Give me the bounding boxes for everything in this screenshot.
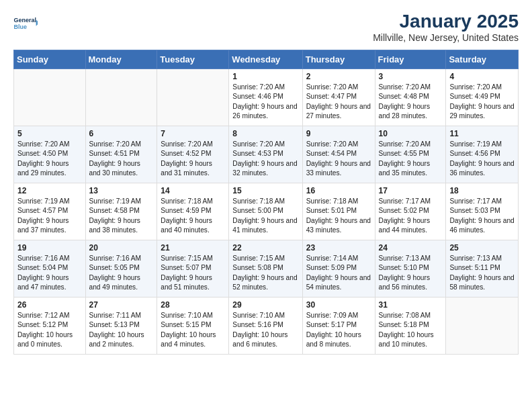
day-number: 9 — [306, 129, 371, 138]
day-info: Sunrise: 7:13 AM Sunset: 5:10 PM Dayligh… — [379, 254, 443, 292]
day-info: Sunrise: 7:15 AM Sunset: 5:07 PM Dayligh… — [161, 254, 225, 292]
day-number: 17 — [379, 186, 443, 195]
day-number: 3 — [379, 72, 443, 81]
day-info: Sunrise: 7:10 AM Sunset: 5:16 PM Dayligh… — [232, 311, 298, 349]
day-info: Sunrise: 7:20 AM Sunset: 4:49 PM Dayligh… — [449, 83, 515, 121]
table-row: 23Sunrise: 7:14 AM Sunset: 5:09 PM Dayli… — [302, 240, 375, 298]
day-number: 24 — [379, 243, 443, 253]
day-info: Sunrise: 7:13 AM Sunset: 5:11 PM Dayligh… — [449, 254, 515, 292]
day-info: Sunrise: 7:09 AM Sunset: 5:17 PM Dayligh… — [306, 311, 371, 349]
table-row: 18Sunrise: 7:17 AM Sunset: 5:03 PM Dayli… — [446, 183, 519, 240]
day-info: Sunrise: 7:20 AM Sunset: 4:50 PM Dayligh… — [17, 140, 82, 178]
table-row: 26Sunrise: 7:12 AM Sunset: 5:12 PM Dayli… — [14, 298, 86, 355]
svg-marker-2 — [36, 19, 38, 26]
table-row: 15Sunrise: 7:18 AM Sunset: 5:00 PM Dayli… — [229, 183, 302, 240]
table-row — [157, 69, 229, 126]
table-row: 3Sunrise: 7:20 AM Sunset: 4:48 PM Daylig… — [375, 69, 446, 126]
day-info: Sunrise: 7:15 AM Sunset: 5:08 PM Dayligh… — [232, 254, 298, 292]
table-row: 28Sunrise: 7:10 AM Sunset: 5:15 PM Dayli… — [157, 298, 229, 355]
day-number: 4 — [449, 72, 515, 81]
table-row: 5Sunrise: 7:20 AM Sunset: 4:50 PM Daylig… — [14, 126, 86, 183]
col-friday: Friday — [375, 50, 446, 69]
day-info: Sunrise: 7:19 AM Sunset: 4:57 PM Dayligh… — [17, 197, 82, 235]
calendar-week-row: 19Sunrise: 7:16 AM Sunset: 5:04 PM Dayli… — [14, 240, 519, 298]
day-number: 27 — [89, 300, 154, 310]
col-tuesday: Tuesday — [157, 50, 229, 69]
day-info: Sunrise: 7:20 AM Sunset: 4:52 PM Dayligh… — [161, 140, 225, 178]
title-block: January 2025 Millville, New Jersey, Unit… — [373, 11, 519, 43]
month-year-title: January 2025 — [373, 11, 519, 32]
svg-text:Blue: Blue — [14, 24, 28, 30]
table-row: 21Sunrise: 7:15 AM Sunset: 5:07 PM Dayli… — [157, 240, 229, 298]
day-info: Sunrise: 7:20 AM Sunset: 4:53 PM Dayligh… — [232, 140, 298, 178]
table-row: 29Sunrise: 7:10 AM Sunset: 5:16 PM Dayli… — [229, 298, 302, 355]
table-row: 4Sunrise: 7:20 AM Sunset: 4:49 PM Daylig… — [446, 69, 519, 126]
col-monday: Monday — [85, 50, 157, 69]
location-subtitle: Millville, New Jersey, United States — [373, 32, 519, 43]
day-number: 25 — [449, 243, 515, 253]
day-number: 26 — [17, 300, 82, 310]
day-number: 18 — [449, 186, 515, 195]
table-row: 17Sunrise: 7:17 AM Sunset: 5:02 PM Dayli… — [375, 183, 446, 240]
table-row: 12Sunrise: 7:19 AM Sunset: 4:57 PM Dayli… — [14, 183, 86, 240]
day-number: 2 — [306, 72, 371, 81]
col-wednesday: Wednesday — [229, 50, 302, 69]
calendar-week-row: 12Sunrise: 7:19 AM Sunset: 4:57 PM Dayli… — [14, 183, 519, 240]
day-number: 23 — [306, 243, 371, 253]
day-number: 10 — [379, 129, 443, 138]
day-number: 1 — [232, 72, 298, 81]
day-number: 7 — [161, 129, 225, 138]
table-row: 31Sunrise: 7:08 AM Sunset: 5:18 PM Dayli… — [375, 298, 446, 355]
day-number: 15 — [232, 186, 298, 195]
table-row: 19Sunrise: 7:16 AM Sunset: 5:04 PM Dayli… — [14, 240, 86, 298]
day-number: 11 — [449, 129, 515, 138]
logo-icon: General Blue — [13, 11, 38, 35]
table-row: 24Sunrise: 7:13 AM Sunset: 5:10 PM Dayli… — [375, 240, 446, 298]
day-info: Sunrise: 7:17 AM Sunset: 5:02 PM Dayligh… — [379, 197, 443, 235]
day-info: Sunrise: 7:18 AM Sunset: 5:00 PM Dayligh… — [232, 197, 298, 235]
col-thursday: Thursday — [302, 50, 375, 69]
day-info: Sunrise: 7:20 AM Sunset: 4:51 PM Dayligh… — [89, 140, 154, 178]
table-row — [446, 298, 519, 355]
table-row: 1Sunrise: 7:20 AM Sunset: 4:46 PM Daylig… — [229, 69, 302, 126]
day-info: Sunrise: 7:20 AM Sunset: 4:47 PM Dayligh… — [306, 83, 371, 121]
calendar-week-row: 26Sunrise: 7:12 AM Sunset: 5:12 PM Dayli… — [14, 298, 519, 355]
table-row: 7Sunrise: 7:20 AM Sunset: 4:52 PM Daylig… — [157, 126, 229, 183]
table-row: 30Sunrise: 7:09 AM Sunset: 5:17 PM Dayli… — [302, 298, 375, 355]
day-info: Sunrise: 7:11 AM Sunset: 5:13 PM Dayligh… — [89, 311, 154, 349]
table-row: 16Sunrise: 7:18 AM Sunset: 5:01 PM Dayli… — [302, 183, 375, 240]
day-info: Sunrise: 7:20 AM Sunset: 4:46 PM Dayligh… — [232, 83, 298, 121]
day-number: 21 — [161, 243, 225, 253]
table-row: 25Sunrise: 7:13 AM Sunset: 5:11 PM Dayli… — [446, 240, 519, 298]
day-info: Sunrise: 7:16 AM Sunset: 5:04 PM Dayligh… — [17, 254, 82, 292]
day-info: Sunrise: 7:20 AM Sunset: 4:48 PM Dayligh… — [379, 83, 443, 121]
col-saturday: Saturday — [446, 50, 519, 69]
table-row: 14Sunrise: 7:18 AM Sunset: 4:59 PM Dayli… — [157, 183, 229, 240]
table-row: 6Sunrise: 7:20 AM Sunset: 4:51 PM Daylig… — [85, 126, 157, 183]
day-number: 16 — [306, 186, 371, 195]
day-info: Sunrise: 7:16 AM Sunset: 5:05 PM Dayligh… — [89, 254, 154, 292]
table-row: 13Sunrise: 7:19 AM Sunset: 4:58 PM Dayli… — [85, 183, 157, 240]
table-row: 20Sunrise: 7:16 AM Sunset: 5:05 PM Dayli… — [85, 240, 157, 298]
day-info: Sunrise: 7:20 AM Sunset: 4:54 PM Dayligh… — [306, 140, 371, 178]
logo: General Blue — [13, 11, 38, 35]
day-number: 31 — [379, 300, 443, 310]
day-number: 5 — [17, 129, 82, 138]
table-row: 22Sunrise: 7:15 AM Sunset: 5:08 PM Dayli… — [229, 240, 302, 298]
day-info: Sunrise: 7:10 AM Sunset: 5:15 PM Dayligh… — [161, 311, 225, 349]
day-number: 22 — [232, 243, 298, 253]
day-info: Sunrise: 7:19 AM Sunset: 4:56 PM Dayligh… — [449, 140, 515, 178]
calendar-header-row: Sunday Monday Tuesday Wednesday Thursday… — [14, 50, 519, 69]
page-container: General Blue January 2025 Millville, New… — [0, 0, 532, 361]
day-number: 29 — [232, 300, 298, 310]
day-number: 19 — [17, 243, 82, 253]
day-info: Sunrise: 7:17 AM Sunset: 5:03 PM Dayligh… — [449, 197, 515, 235]
table-row: 11Sunrise: 7:19 AM Sunset: 4:56 PM Dayli… — [446, 126, 519, 183]
calendar-week-row: 1Sunrise: 7:20 AM Sunset: 4:46 PM Daylig… — [14, 69, 519, 126]
day-number: 13 — [89, 186, 154, 195]
day-number: 14 — [161, 186, 225, 195]
day-number: 20 — [89, 243, 154, 253]
day-number: 30 — [306, 300, 371, 310]
table-row: 8Sunrise: 7:20 AM Sunset: 4:53 PM Daylig… — [229, 126, 302, 183]
day-number: 12 — [17, 186, 82, 195]
